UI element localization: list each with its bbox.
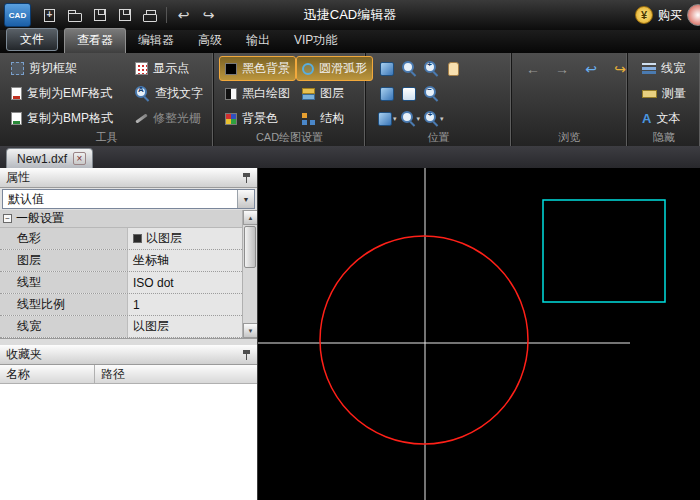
close-icon: × [77, 154, 83, 164]
structure-button[interactable]: 结构 [296, 106, 373, 131]
copy-bmp-label: 复制为BMP格式 [27, 110, 113, 127]
property-value-text: 坐标轴 [133, 252, 169, 269]
collapse-icon[interactable]: − [3, 214, 12, 223]
redo-button[interactable]: ↪ [196, 4, 221, 26]
document-tab[interactable]: New1.dxf × [6, 148, 93, 168]
property-name: 图层 [0, 250, 128, 271]
named-views-button[interactable]: ▾ [376, 108, 399, 130]
currency-icon: ¥ [635, 6, 653, 24]
pin-icon[interactable] [242, 173, 251, 183]
save-icon [94, 9, 106, 21]
save-as-button[interactable] [112, 4, 137, 26]
tab-viewer[interactable]: 查看器 [64, 28, 126, 53]
save-as-icon [119, 9, 131, 21]
file-menu-button[interactable]: 文件 [6, 28, 58, 51]
zoom-extents-button[interactable] [376, 83, 398, 105]
background-color-button[interactable]: 背景色 [219, 106, 296, 131]
bw-drawing-icon [225, 88, 237, 100]
preset-combobox[interactable]: 默认值 ▼ [2, 189, 255, 209]
scroll-up-icon: ▲ [248, 215, 254, 221]
tab-vip[interactable]: VIP功能 [282, 29, 349, 53]
titlebar-right: ¥ 购买 [635, 4, 696, 26]
pin-icon[interactable] [242, 350, 251, 360]
tab-editor[interactable]: 编辑器 [126, 29, 186, 53]
combo-arrow-button[interactable]: ▼ [237, 190, 254, 208]
column-header-name[interactable]: 名称 [0, 365, 95, 383]
crop-frame-label: 剪切框架 [29, 60, 77, 77]
property-row-layer[interactable]: 图层 坐标轴 [0, 250, 242, 272]
text-icon: A [642, 112, 651, 125]
property-section-general[interactable]: − 一般设置 [0, 210, 242, 228]
menubar: 文件 查看器 编辑器 高级 输出 VIP功能 [0, 30, 700, 53]
zoom-out-button[interactable]: − [420, 83, 442, 105]
copy-bmp-button[interactable]: 复制为BMP格式 [5, 106, 129, 131]
show-points-button[interactable]: 显示点 [129, 56, 209, 81]
favorites-list[interactable] [0, 384, 257, 500]
print-button[interactable] [137, 4, 162, 26]
ribbon-group-browse: ← → ↩ ↪ 浏览 [512, 53, 628, 146]
pan-hand-button[interactable] [442, 58, 464, 80]
zoom-scale-button[interactable]: +▾ [422, 108, 446, 130]
ribbon-group-cad-settings: 黑色背景 黑白绘图 背景色 圆滑弧形 [214, 53, 366, 146]
group-label-browse: 浏览 [512, 130, 627, 145]
zoom-window-button[interactable] [398, 58, 420, 80]
tab-output[interactable]: 输出 [234, 29, 282, 53]
zoom-in-button[interactable]: + [420, 58, 442, 80]
color-swatch-icon [133, 234, 142, 243]
line-width-button[interactable]: 线宽 [636, 56, 697, 81]
zoom-dynamic-button[interactable] [398, 83, 420, 105]
document-tab-bar: New1.dxf × [0, 146, 700, 168]
show-points-label: 显示点 [153, 60, 189, 77]
copy-emf-label: 复制为EMF格式 [27, 85, 112, 102]
zoom-previous-icon [401, 111, 416, 126]
undo-view-button[interactable]: ↩ [580, 58, 602, 80]
close-tab-button[interactable]: × [73, 152, 86, 165]
red-circle-entity[interactable] [320, 236, 528, 444]
property-value-text: 以图层 [146, 230, 182, 247]
zoom-previous-button[interactable]: ▾ [399, 108, 423, 130]
text-button[interactable]: A 文本 [636, 106, 697, 131]
measure-button[interactable]: 测量 [636, 81, 697, 106]
property-row-linetype[interactable]: 线型 ISO dot [0, 272, 242, 294]
pan-view-button[interactable] [376, 58, 398, 80]
scroll-up-button[interactable]: ▲ [243, 210, 257, 225]
bw-drawing-button[interactable]: 黑白绘图 [219, 81, 296, 106]
promo-icon[interactable] [687, 4, 700, 26]
column-header-path[interactable]: 路径 [95, 365, 257, 383]
zoom-scale-dropdown-icon: ▾ [440, 115, 444, 123]
group-label-cad-settings: CAD绘图设置 [214, 130, 365, 145]
save-button[interactable] [87, 4, 112, 26]
property-grid: − 一般设置 色彩 以图层 图层 坐标轴 [0, 210, 257, 339]
new-file-button[interactable] [37, 4, 62, 26]
crop-frame-button[interactable]: 剪切框架 [5, 56, 129, 81]
property-row-linetype-scale[interactable]: 线型比例 1 [0, 294, 242, 316]
measure-label: 测量 [662, 85, 686, 102]
smooth-arc-button[interactable]: 圆滑弧形 [296, 56, 373, 81]
scroll-down-button[interactable]: ▼ [243, 323, 257, 338]
zoom-in-icon: + [424, 61, 439, 76]
property-row-lineweight[interactable]: 线宽 以图层 [0, 316, 242, 338]
tab-advanced[interactable]: 高级 [186, 29, 234, 53]
property-grid-scrollbar[interactable]: ▲ ▼ [242, 210, 257, 338]
copy-emf-button[interactable]: 复制为EMF格式 [5, 81, 129, 106]
black-background-button[interactable]: 黑色背景 [219, 56, 296, 81]
open-folder-icon [68, 13, 82, 22]
back-arrow-icon: ← [526, 62, 540, 76]
drawing-canvas[interactable] [258, 168, 700, 500]
pan-view-icon [380, 62, 394, 76]
layers-button[interactable]: 图层 [296, 81, 373, 106]
open-file-button[interactable] [62, 4, 87, 26]
property-row-color[interactable]: 色彩 以图层 [0, 228, 242, 250]
cyan-rectangle-entity[interactable] [543, 200, 665, 302]
ribbon-group-position: + − ▾ ▾ +▾ 位置 [366, 53, 512, 146]
property-value-text: 以图层 [133, 318, 169, 335]
previous-view-button[interactable]: ← [522, 58, 544, 80]
undo-button[interactable]: ↩ [171, 4, 196, 26]
next-view-button[interactable]: → [551, 58, 573, 80]
scrollbar-thumb[interactable] [244, 226, 256, 268]
cad-editor-window: CAD ↩ ↪ 迅捷CAD编辑器 ¥ 购买 文件 查看器 编辑器 高级 输出 V… [0, 0, 700, 500]
property-name: 色彩 [0, 228, 128, 249]
titlebar-divider [166, 7, 167, 23]
find-text-button[interactable]: A 查找文字 [129, 81, 209, 106]
buy-button[interactable]: 购买 [658, 7, 682, 24]
